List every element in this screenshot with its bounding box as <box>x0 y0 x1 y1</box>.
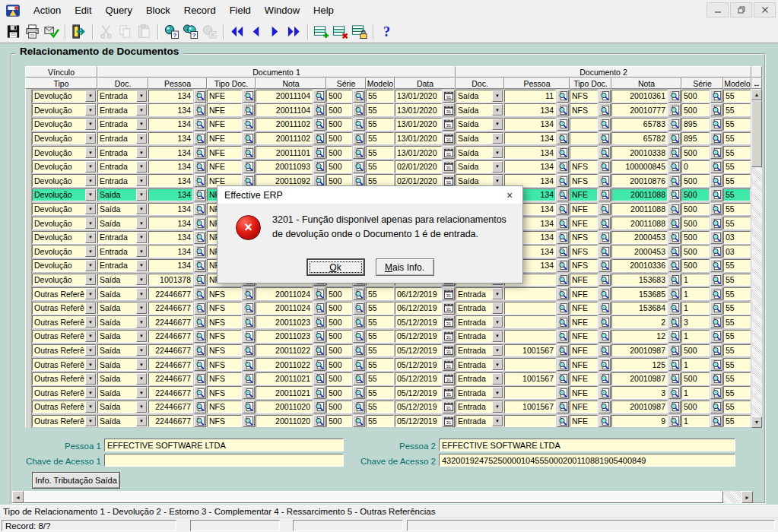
field-nota2[interactable]: 100000845 <box>611 160 668 173</box>
lookup-icon[interactable] <box>557 287 569 300</box>
chevron-down-icon[interactable]: ▼ <box>492 373 503 385</box>
lookup-icon[interactable] <box>557 415 569 428</box>
chevron-down-icon[interactable]: ▼ <box>85 147 96 158</box>
combo-tipo[interactable]: Devolução▼ <box>32 146 97 159</box>
lookup-icon[interactable] <box>710 90 722 103</box>
chevron-down-icon[interactable]: ▼ <box>85 302 96 314</box>
chevron-down-icon[interactable]: ▼ <box>492 104 503 116</box>
chevron-down-icon[interactable]: ▼ <box>85 373 96 385</box>
combo-doc2[interactable]: Entrada▼ <box>456 372 503 385</box>
lookup-icon[interactable] <box>557 103 569 116</box>
field-data1[interactable]: 13/01/2020 <box>395 146 442 159</box>
field-nota1[interactable]: 20011024 <box>256 287 313 300</box>
lookup-icon[interactable] <box>557 160 569 173</box>
field-pessoa1[interactable]: 22446677 <box>148 344 193 357</box>
lookup-icon[interactable] <box>194 386 206 399</box>
field-serie2[interactable]: 500 <box>681 217 710 230</box>
chevron-down-icon[interactable]: ▼ <box>136 316 147 328</box>
field-pessoa1[interactable]: 22446677 <box>148 287 193 300</box>
field-serie2[interactable]: 500 <box>681 146 710 159</box>
lookup-icon[interactable] <box>668 344 681 357</box>
field-pessoa2[interactable] <box>504 315 556 328</box>
lookup-icon[interactable] <box>557 358 569 371</box>
field-tdoc1[interactable]: NFS <box>207 344 242 357</box>
field-tdoc1[interactable]: NFE <box>207 118 242 131</box>
lookup-icon[interactable] <box>668 174 681 187</box>
lookup-icon[interactable] <box>668 203 681 216</box>
combo-tipo[interactable]: Devolução▼ <box>32 118 97 131</box>
chevron-down-icon[interactable]: ▼ <box>85 387 96 398</box>
calendar-icon[interactable]: 31 <box>443 118 455 131</box>
combo-doc1[interactable]: Entrada▼ <box>97 259 148 272</box>
field-tdoc1[interactable]: NFS <box>207 415 242 428</box>
previous-record-icon[interactable] <box>246 22 265 41</box>
field-serie1[interactable]: 500 <box>326 358 352 371</box>
field-tdoc1[interactable]: NFS <box>207 287 242 300</box>
field-serie2[interactable]: 1 <box>681 358 710 371</box>
combo-tipo[interactable]: Devolução▼ <box>32 203 97 216</box>
lookup-icon[interactable] <box>313 302 325 315</box>
chevron-down-icon[interactable]: ▼ <box>492 387 503 398</box>
dialog-close-icon[interactable]: × <box>497 186 522 204</box>
lookup-icon[interactable] <box>710 386 722 399</box>
lookup-icon[interactable] <box>599 231 611 244</box>
field-serie1[interactable]: 500 <box>326 287 352 300</box>
calendar-icon[interactable]: 31 <box>443 386 455 399</box>
chevron-down-icon[interactable]: ▼ <box>85 345 96 356</box>
lookup-icon[interactable] <box>243 132 255 145</box>
chevron-down-icon[interactable]: ▼ <box>492 331 503 342</box>
combo-tipo[interactable]: Outras Referê▼ <box>32 315 97 328</box>
field-tdoc2[interactable]: NFS <box>570 90 598 103</box>
lookup-icon[interactable] <box>710 217 722 230</box>
lookup-icon[interactable] <box>599 386 611 399</box>
field-pessoa1[interactable]: 22446677 <box>148 372 193 385</box>
chevron-down-icon[interactable]: ▼ <box>136 345 147 356</box>
field-serie1[interactable]: 500 <box>326 146 352 159</box>
combo-doc1[interactable]: Entrada▼ <box>97 174 148 187</box>
combo-doc2[interactable]: Entrada▼ <box>456 358 503 371</box>
vertical-scroll-thumb[interactable] <box>751 100 762 167</box>
scroll-down-icon[interactable]: ▼ <box>751 416 762 428</box>
restore-icon[interactable] <box>730 2 752 17</box>
field-serie2[interactable]: 1 <box>681 386 710 399</box>
calendar-icon[interactable]: 31 <box>443 372 455 385</box>
field-tdoc2[interactable]: NFE <box>570 330 598 343</box>
field-tdoc1[interactable]: NFS <box>207 302 242 315</box>
combo-tipo[interactable]: Devolução▼ <box>32 259 97 272</box>
lookup-icon[interactable] <box>710 358 722 371</box>
lookup-icon[interactable] <box>557 344 569 357</box>
field-tdoc2[interactable]: NFE <box>570 287 598 300</box>
lookup-icon[interactable] <box>557 372 569 385</box>
field-pessoa1[interactable]: 22446677 <box>148 302 193 315</box>
field-nota1[interactable]: 20011022 <box>256 344 313 357</box>
enter-query-icon[interactable]: ? <box>162 22 181 41</box>
lookup-icon[interactable] <box>599 118 611 131</box>
lookup-icon[interactable] <box>243 344 255 357</box>
lookup-icon[interactable] <box>668 188 681 201</box>
field-data1[interactable]: 05/12/2019 <box>395 372 442 385</box>
field-mod1[interactable]: 55 <box>366 118 394 131</box>
field-mod2[interactable]: 55 <box>723 90 751 103</box>
combo-doc1[interactable]: Saída▼ <box>97 330 148 343</box>
lookup-icon[interactable] <box>194 344 206 357</box>
lookup-icon[interactable] <box>668 217 681 230</box>
field-mod2[interactable]: 55 <box>723 259 751 272</box>
lookup-icon[interactable] <box>313 330 325 343</box>
field-mod2[interactable]: 55 <box>723 103 751 116</box>
close-icon[interactable] <box>754 2 776 17</box>
field-mod1[interactable]: 55 <box>366 344 394 357</box>
lookup-icon[interactable] <box>243 401 255 413</box>
field-data1[interactable]: 13/01/2020 <box>395 90 442 103</box>
field-pessoa1[interactable]: 1001378 <box>148 274 193 287</box>
field-tdoc1[interactable]: NFS <box>207 358 242 371</box>
execute-query-icon[interactable]: ? <box>181 22 200 41</box>
info-tributacao-saida-button[interactable]: Info. Tributação Saída <box>32 472 120 489</box>
lookup-icon[interactable] <box>194 188 206 201</box>
mais-info-button[interactable]: Mais Info. <box>376 258 434 276</box>
field-nota2[interactable]: 20010987 <box>611 401 668 413</box>
chevron-down-icon[interactable]: ▼ <box>85 104 96 116</box>
field-pessoa1[interactable]: 134 <box>148 259 193 272</box>
lookup-icon[interactable] <box>710 118 722 131</box>
lookup-icon[interactable] <box>194 231 206 244</box>
lookup-icon[interactable] <box>710 160 722 173</box>
